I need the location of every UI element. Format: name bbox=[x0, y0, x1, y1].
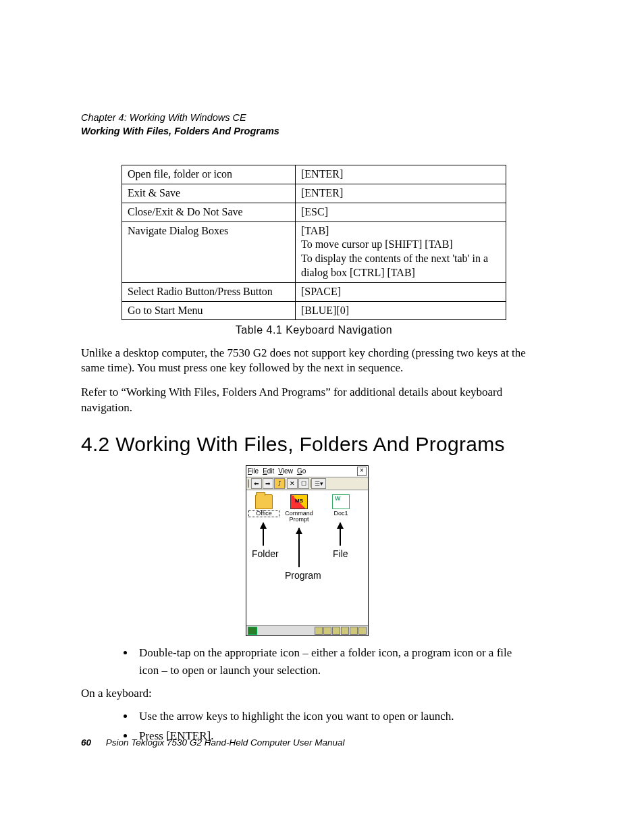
section-line: Working With Files, Folders And Programs bbox=[81, 125, 533, 138]
menubar: File Edit View Go × bbox=[246, 466, 368, 477]
icon-label: Doc1 bbox=[326, 511, 356, 517]
separator bbox=[310, 479, 311, 488]
menu-edit[interactable]: Edit bbox=[263, 467, 274, 475]
keyboard-nav-table: Open file, folder or icon[ENTER]Exit & S… bbox=[122, 165, 506, 320]
table-row: Open file, folder or icon[ENTER] bbox=[122, 165, 506, 184]
menu-go[interactable]: Go bbox=[297, 467, 306, 475]
up-button[interactable]: ⤴ bbox=[274, 478, 285, 489]
chapter-line: Chapter 4: Working With Windows CE bbox=[81, 111, 533, 125]
table-row: Navigate Dialog Boxes[TAB]To move cursor… bbox=[122, 221, 506, 282]
file-area: Office MS Command Prompt Doc1 Folder Pro… bbox=[246, 490, 368, 625]
action-cell: Close/Exit & Do Not Save bbox=[122, 203, 296, 221]
tray-icon[interactable] bbox=[332, 627, 340, 635]
table-row: Go to Start Menu[BLUE][0] bbox=[122, 301, 506, 320]
table-body: Open file, folder or icon[ENTER]Exit & S… bbox=[122, 165, 506, 320]
icon-label: Office bbox=[249, 511, 279, 517]
list-item: Double-tap on the appropriate icon – eit… bbox=[135, 644, 533, 680]
action-cell: Go to Start Menu bbox=[122, 301, 296, 320]
key-cell: [ESC] bbox=[296, 203, 506, 221]
tray-icon[interactable] bbox=[350, 627, 358, 635]
table-row: Select Radio Button/Press Button[SPACE] bbox=[122, 282, 506, 301]
figure: File Edit View Go × ⬅ ➡ ⤴ ✕ ☐ ☰▾ Of bbox=[81, 465, 533, 637]
properties-button[interactable]: ☐ bbox=[298, 478, 309, 489]
delete-button[interactable]: ✕ bbox=[287, 478, 298, 489]
device-screenshot: File Edit View Go × ⬅ ➡ ⤴ ✕ ☐ ☰▾ Of bbox=[246, 465, 369, 636]
section-heading: 4.2 Working With Files, Folders And Prog… bbox=[81, 433, 533, 456]
menu-view[interactable]: View bbox=[278, 467, 293, 475]
table-row: Exit & Save[ENTER] bbox=[122, 184, 506, 203]
action-cell: Exit & Save bbox=[122, 184, 296, 203]
tray-icon[interactable] bbox=[341, 627, 349, 635]
start-button[interactable] bbox=[248, 627, 257, 635]
view-mode-button[interactable]: ☰▾ bbox=[311, 478, 326, 489]
arrow-icon bbox=[263, 523, 264, 546]
footer-title: Psion Teklogix 7530 G2 Hand-Held Compute… bbox=[106, 737, 345, 748]
tray-icon[interactable] bbox=[315, 627, 323, 635]
program-glyph-icon: MS bbox=[290, 494, 308, 509]
tray-icon[interactable] bbox=[323, 627, 331, 635]
back-button[interactable]: ⬅ bbox=[251, 478, 262, 489]
annotation-folder: Folder bbox=[252, 548, 279, 559]
key-cell: [ENTER] bbox=[296, 184, 506, 203]
key-cell: [TAB]To move cursor up [SHIFT] [TAB]To d… bbox=[296, 221, 506, 282]
action-cell: Open file, folder or icon bbox=[122, 165, 296, 184]
bullet-list: Double-tap on the appropriate icon – eit… bbox=[135, 644, 533, 680]
toolbar: ⬅ ➡ ⤴ ✕ ☐ ☰▾ bbox=[246, 477, 368, 490]
folder-icon[interactable]: Office bbox=[249, 494, 279, 517]
system-tray bbox=[315, 627, 367, 635]
program-icon[interactable]: MS Command Prompt bbox=[284, 494, 314, 523]
paragraph: Unlike a desktop computer, the 7530 G2 d… bbox=[81, 346, 533, 375]
annotation-program: Program bbox=[285, 570, 321, 581]
toolbar-grip bbox=[248, 479, 249, 488]
table-caption: Table 4.1 Keyboard Navigation bbox=[122, 324, 506, 336]
close-button[interactable]: × bbox=[357, 467, 367, 476]
taskbar bbox=[246, 625, 368, 635]
separator bbox=[286, 479, 286, 488]
arrow-icon bbox=[298, 528, 300, 567]
folder-glyph-icon bbox=[255, 494, 273, 509]
file-icon[interactable]: Doc1 bbox=[326, 494, 356, 517]
menu-file[interactable]: File bbox=[248, 467, 259, 475]
paragraph: On a keyboard: bbox=[81, 686, 533, 701]
key-cell: [BLUE][0] bbox=[296, 301, 506, 320]
file-glyph-icon bbox=[332, 494, 350, 509]
action-cell: Select Radio Button/Press Button bbox=[122, 282, 296, 301]
list-item: Use the arrow keys to highlight the icon… bbox=[135, 708, 533, 725]
action-cell: Navigate Dialog Boxes bbox=[122, 221, 296, 282]
key-cell: [SPACE] bbox=[296, 282, 506, 301]
icon-label: Command Prompt bbox=[284, 511, 314, 523]
running-header: Chapter 4: Working With Windows CE Worki… bbox=[81, 111, 533, 138]
arrow-icon bbox=[340, 523, 341, 546]
page-footer: 60 Psion Teklogix 7530 G2 Hand-Held Comp… bbox=[81, 737, 344, 748]
key-cell: [ENTER] bbox=[296, 165, 506, 184]
page-number: 60 bbox=[81, 737, 91, 748]
annotation-file: File bbox=[333, 548, 348, 559]
tray-icon[interactable] bbox=[358, 627, 367, 635]
forward-button[interactable]: ➡ bbox=[263, 478, 273, 489]
table-row: Close/Exit & Do Not Save[ESC] bbox=[122, 203, 506, 221]
paragraph: Refer to “Working With Files, Folders An… bbox=[81, 385, 533, 415]
